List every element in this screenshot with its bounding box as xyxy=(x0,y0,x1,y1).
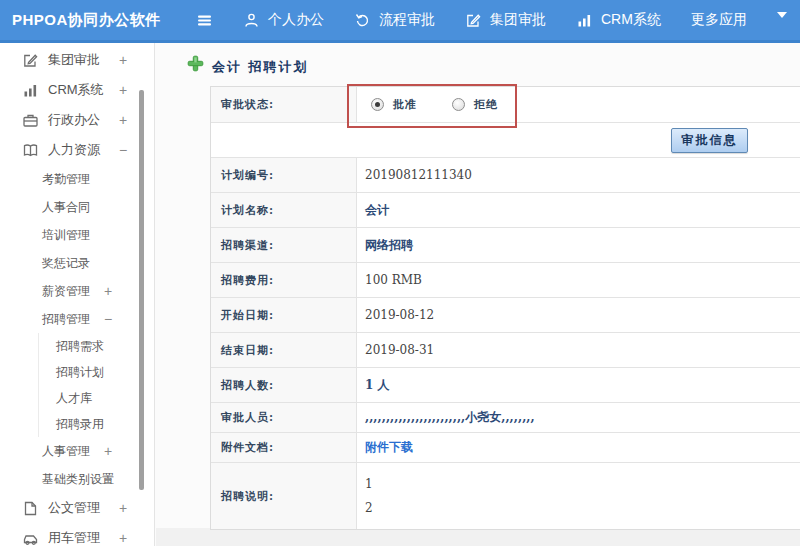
sidebar-scrollbar[interactable] xyxy=(139,90,144,490)
expand-icon[interactable]: + xyxy=(104,283,112,299)
sidebar-item-label: 考勤管理 xyxy=(42,171,90,188)
field-label: 计划编号: xyxy=(211,158,357,192)
nav-label: 更多应用 xyxy=(691,11,747,29)
sidebar-item-label: 薪资管理 xyxy=(42,283,90,300)
nav-item-personal[interactable]: 个人办公 xyxy=(243,11,324,29)
field-label: 招聘说明: xyxy=(211,463,357,529)
nav-item-crm[interactable]: CRM系统 xyxy=(576,11,661,29)
sidebar-item-recruit-hire[interactable]: 招聘录用 xyxy=(38,411,154,437)
person-icon xyxy=(243,12,260,29)
field-value: 会计 xyxy=(365,202,389,219)
field-label: 审批状态: xyxy=(211,87,357,122)
field-value: 20190812111340 xyxy=(365,168,472,182)
expand-icon[interactable]: + xyxy=(119,530,127,546)
field-value: 网络招聘 xyxy=(365,237,413,254)
content-footer-strip xyxy=(156,528,800,546)
radio-label[interactable]: 批准 xyxy=(393,97,417,112)
sidebar-item-recruit-need[interactable]: 招聘需求 xyxy=(38,333,154,359)
field-value-cell: 2019-08-31 xyxy=(357,333,800,367)
nav-label: 个人办公 xyxy=(268,11,324,29)
sidebar-item-admin-office[interactable]: 行政办公+ xyxy=(0,105,154,135)
nav-item-menu[interactable] xyxy=(196,12,213,29)
book-icon xyxy=(22,142,39,159)
expand-icon[interactable]: + xyxy=(119,112,127,128)
sidebar-item-training[interactable]: 培训管理 xyxy=(0,221,154,249)
sidebar-item-talent-pool[interactable]: 人才库 xyxy=(38,385,154,411)
expand-icon[interactable]: + xyxy=(119,52,127,68)
field-label: 招聘费用: xyxy=(211,263,357,297)
table-row-fee: 招聘费用:100 RMB xyxy=(211,263,800,298)
table-row: 审批信息 xyxy=(211,123,800,158)
top-bar: PHPOA协同办公软件 个人办公流程审批集团审批CRM系统更多应用 xyxy=(0,0,800,43)
sidebar-item-group-approval[interactable]: 集团审批+ xyxy=(0,45,154,75)
sidebar-item-recruit-mgmt[interactable]: 招聘管理− xyxy=(0,305,154,333)
sidebar-item-hr-contract[interactable]: 人事合同 xyxy=(0,193,154,221)
field-value: 100 RMB xyxy=(365,273,422,287)
field-label: 计划名称: xyxy=(211,193,357,227)
add-icon xyxy=(187,55,204,72)
field-value-cell: 1 人 xyxy=(357,368,800,402)
field-value-cell: ,,,,,,,,,,,,,,,,,,,,,,,,小尧女,,,,,,,, xyxy=(357,403,800,432)
sidebar-item-label: 招聘管理 xyxy=(42,311,90,328)
sidebar-item-personnel-mgmt[interactable]: 人事管理+ xyxy=(0,437,154,465)
sidebar-item-doc-mgmt[interactable]: 公文管理+ xyxy=(0,493,154,523)
attachment-download-link[interactable]: 附件下载 xyxy=(365,439,413,456)
approval-info-button[interactable]: 审批信息 xyxy=(671,128,748,153)
sidebar-item-rewards[interactable]: 奖惩记录 xyxy=(0,249,154,277)
collapse-icon[interactable]: − xyxy=(104,311,112,327)
field-value: 2019-08-12 xyxy=(365,308,434,322)
nav-item-more[interactable]: 更多应用 xyxy=(691,11,747,29)
field-value-cell: 20190812111340 xyxy=(357,158,800,192)
field-value-cell: 2019-08-12 xyxy=(357,298,800,332)
sidebar-item-label: 招聘录用 xyxy=(56,416,104,433)
radio-label[interactable]: 拒绝 xyxy=(474,97,498,112)
expand-icon[interactable]: + xyxy=(104,471,112,487)
collapse-icon[interactable]: − xyxy=(119,142,127,158)
field-value: ,,,,,,,,,,,,,,,,,,,,,,,,小尧女,,,,,,,, xyxy=(365,409,535,426)
expand-icon[interactable]: + xyxy=(104,443,112,459)
field-value-cell: 附件下载 xyxy=(357,433,800,462)
field-value-cell: 会计 xyxy=(357,193,800,227)
nav-item-process[interactable]: 流程审批 xyxy=(354,11,435,29)
sidebar-item-label: 行政办公 xyxy=(48,111,100,129)
table-row: 审批状态:批准拒绝 xyxy=(211,87,800,123)
field-label: 审批人员: xyxy=(211,403,357,432)
recruit-plan-form: 审批状态:批准拒绝审批信息计划编号:20190812111340计划名称:会计招… xyxy=(210,86,800,530)
sidebar-item-label: 集团审批 xyxy=(48,51,100,69)
top-nav: 个人办公流程审批集团审批CRM系统更多应用 xyxy=(196,0,794,40)
sidebar-item-base-category[interactable]: 基础类别设置+ xyxy=(0,465,154,493)
field-value: 1 人 xyxy=(365,377,390,394)
nav-item-more-caret[interactable] xyxy=(777,12,794,29)
sidebar-item-attendance[interactable]: 考勤管理 xyxy=(0,165,154,193)
field-value: 2019-08-31 xyxy=(365,343,434,357)
expand-icon[interactable]: + xyxy=(119,82,127,98)
description-line: 1 xyxy=(365,477,373,491)
sidebar-item-label: 用车管理 xyxy=(48,529,100,546)
sidebar-item-vehicle-mgmt[interactable]: 用车管理+ xyxy=(0,523,154,546)
table-row-plan-number: 计划编号:20190812111340 xyxy=(211,158,800,193)
sidebar-item-label: 人事管理 xyxy=(42,443,90,460)
sidebar-item-label: 招聘需求 xyxy=(56,338,104,355)
radio-selected[interactable] xyxy=(371,98,384,111)
approval-status-cell: 批准拒绝 xyxy=(357,87,800,122)
sidebar-item-recruit-plan[interactable]: 招聘计划 xyxy=(38,359,154,385)
nav-item-group[interactable]: 集团审批 xyxy=(465,11,546,29)
table-row-plan-name: 计划名称:会计 xyxy=(211,193,800,228)
description-line: 2 xyxy=(365,501,373,515)
description-cell: 12 xyxy=(357,463,800,529)
edit-icon xyxy=(22,52,39,69)
table-row-attachment: 附件文档:附件下载 xyxy=(211,433,800,463)
sidebar-item-salary[interactable]: 薪资管理+ xyxy=(0,277,154,305)
table-row-start-date: 开始日期:2019-08-12 xyxy=(211,298,800,333)
page-title: 会计 招聘计划 xyxy=(212,58,309,76)
expand-icon[interactable]: + xyxy=(119,500,127,516)
caret-down-icon xyxy=(777,12,794,29)
nav-label: 集团审批 xyxy=(490,11,546,29)
process-icon xyxy=(354,12,371,29)
field-label: 结束日期: xyxy=(211,333,357,367)
chart-icon xyxy=(22,82,39,99)
sidebar-item-hr[interactable]: 人力资源− xyxy=(0,135,154,165)
sidebar-item-label: 招聘计划 xyxy=(56,364,104,381)
sidebar-item-crm-system[interactable]: CRM系统+ xyxy=(0,75,154,105)
radio-unselected[interactable] xyxy=(452,98,465,111)
